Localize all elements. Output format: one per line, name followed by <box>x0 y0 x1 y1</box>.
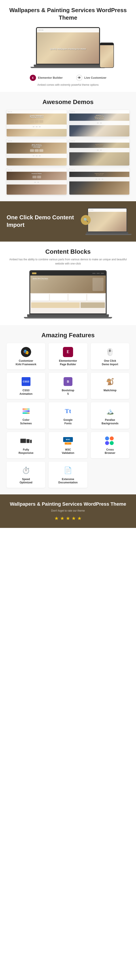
cb-laptop-base <box>27 314 109 317</box>
demo-card-5[interactable]: Premium Paints <box>6 168 67 195</box>
cb-content-row <box>30 293 106 302</box>
features-section: Amazing Features 🎭 CustomizerKirki Frame… <box>0 325 136 495</box>
footer-subtitle: Don't foget to rate our theme <box>6 509 130 512</box>
hero-subtitle: Ambed comes with extremly powerful theme… <box>9 83 127 86</box>
css3-feature-name: CSS3Animation <box>19 389 32 396</box>
laptop-screen-content: Quality Wallpapers Painting For Home <box>37 28 99 64</box>
footer-title: Wallpapers & Painting Services WordPress… <box>6 501 130 508</box>
star-1: ★ <box>54 515 59 521</box>
nav-dot <box>40 30 42 31</box>
docs-feature-icon: 📄 <box>62 465 74 476</box>
elementor-feature-name: ElementorntorPage Builder <box>59 359 77 366</box>
googlefonts-feature-icon: Tt <box>62 406 74 417</box>
laptop-bottom <box>30 67 106 68</box>
star-4: ★ <box>72 515 76 521</box>
oc-dot <box>89 210 90 210</box>
content-laptop-wrapper: Quality Work That Starts Keep your Focus… <box>6 270 130 318</box>
content-blocks-subtitle: Ambed has the ability to combine various… <box>6 258 130 266</box>
demo-card-4[interactable]: Quality WorkThat Starts <box>69 139 130 165</box>
cb-screen: Quality Work That Starts Keep your Focus… <box>29 270 107 314</box>
stars-row: ★ ★ ★ ★ ★ <box>6 515 130 521</box>
customizer-label: Live Customizer <box>84 76 106 80</box>
phone-mockup <box>99 43 114 68</box>
docs-feature-name: ExtensiveDocumentation <box>58 478 77 485</box>
mailchimp-feature-icon: 🐒 <box>104 376 115 387</box>
chrome-icon <box>105 436 109 441</box>
content-blocks-title: Content Blocks <box>6 248 130 255</box>
responsive-feature-name: FullyResponsive <box>19 448 34 455</box>
feature-bootstrap: B Bootstrap5 <box>49 373 87 399</box>
cb-card-1 <box>31 294 49 301</box>
star-3: ★ <box>66 515 70 521</box>
nav-dot <box>38 30 40 31</box>
cb-laptop-foot <box>24 317 112 318</box>
oneclick-section: One Click Demo Content Import 🔍 <box>0 201 136 242</box>
bootstrap-feature-name: Bootstrap5 <box>62 389 74 396</box>
oneclick-title: One Click Demo Content Import <box>6 214 81 229</box>
feature-w3c: W3C ✓ W3CValidation <box>49 432 87 458</box>
feature-docs: 📄 ExtensiveDocumentation <box>49 461 87 488</box>
features-grid: 🎭 CustomizerKirki Framework E Elementorn… <box>6 343 130 488</box>
oneclick-feature-icon: 🖱️ <box>104 347 115 358</box>
cb-nav-dots <box>92 273 104 274</box>
speed-feature-name: SpeedOptimized <box>20 478 32 485</box>
cb-card-2 <box>50 294 68 301</box>
oc-header <box>88 208 126 212</box>
oc-laptop-screen <box>88 208 127 232</box>
cb-logo <box>32 272 37 274</box>
site-header <box>37 28 99 32</box>
oc-screen-content <box>88 208 126 231</box>
phone-notch <box>105 44 109 45</box>
color-strip-2 <box>22 410 30 412</box>
laptop-icon <box>20 439 26 443</box>
color-icon <box>22 407 30 415</box>
feature-parallax: 🏔️ ParallaxBackgrounds <box>91 402 130 428</box>
cb-hero-img <box>93 278 104 291</box>
customizer-badge: 👁 Live Customizer <box>76 75 106 81</box>
star-5: ★ <box>77 515 82 521</box>
cb-wide-card <box>31 302 80 308</box>
screen-title: Quality Wallpapers Painting For Home <box>45 48 90 50</box>
features-title: Amazing Features <box>6 332 130 339</box>
cb-laptop-mockup: Quality Work That Starts Keep your Focus… <box>24 270 112 318</box>
ie-icon <box>105 441 109 445</box>
crossbrowser-feature-name: CrossBrowser <box>105 448 115 455</box>
feature-oneclick: 🖱️ One ClickDemo Import <box>91 343 130 369</box>
css3-feature-icon: CSS3 <box>21 376 32 387</box>
customizer-icon-wrap: 👁 <box>76 75 83 81</box>
w3c-feature-name: W3CValidation <box>62 448 74 455</box>
oc-laptop-base <box>86 232 128 234</box>
crossbrowser-icon <box>105 436 115 445</box>
w3c-feature-icon: W3C ✓ <box>62 435 74 446</box>
cb-nav-dot <box>101 273 104 274</box>
demo-thumb-3: BEST QUALITYOF WALLPAPERFOR HOME <box>6 139 67 165</box>
oc-laptop-foot <box>85 234 131 235</box>
demo-card-1[interactable]: Quality WallpapersPainting For Home <box>6 110 67 137</box>
oneclick-text: One Click Demo Content Import <box>6 214 81 229</box>
cb-second-row <box>30 302 106 309</box>
phone-icon <box>30 440 32 443</box>
phone-screen <box>100 45 114 68</box>
demo-card-3[interactable]: BEST QUALITYOF WALLPAPERFOR HOME <box>6 139 67 165</box>
demo-thumb-6: Interior DesignExcellence <box>69 168 130 195</box>
tablet-icon <box>27 439 30 443</box>
css3-icon: CSS3 <box>22 377 30 386</box>
hero-devices: Quality Wallpapers Painting For Home <box>9 26 127 70</box>
color-strip-1 <box>22 409 30 410</box>
feature-css3: CSS3 CSS3Animation <box>6 373 45 399</box>
firefox-icon <box>110 436 114 441</box>
demo-card-6[interactable]: Interior DesignExcellence <box>69 168 130 195</box>
demo-card-2[interactable]: PERFECTWALLPAPERFOR ROOM <box>69 110 130 137</box>
bootstrap-icon: B <box>64 377 72 386</box>
cb-hero-sub: Keep your Focus on Our Latest Projects <box>32 279 48 280</box>
cb-card-4 <box>87 294 105 301</box>
star-2: ★ <box>60 515 64 521</box>
color-strip-3 <box>22 412 30 414</box>
hero-badges: E Elementor Builder 👁 Live Customizer <box>9 75 127 81</box>
feature-color: ColorSchemes <box>6 402 45 428</box>
laptop-mockup: Quality Wallpapers Painting For Home <box>30 27 106 69</box>
responsive-feature-icon <box>21 435 32 446</box>
demo-thumb-5: Premium Paints <box>6 168 67 195</box>
oneclick-laptop: 🔍 <box>85 208 130 235</box>
mailchimp-feature-name: Mailchimp <box>104 389 117 392</box>
